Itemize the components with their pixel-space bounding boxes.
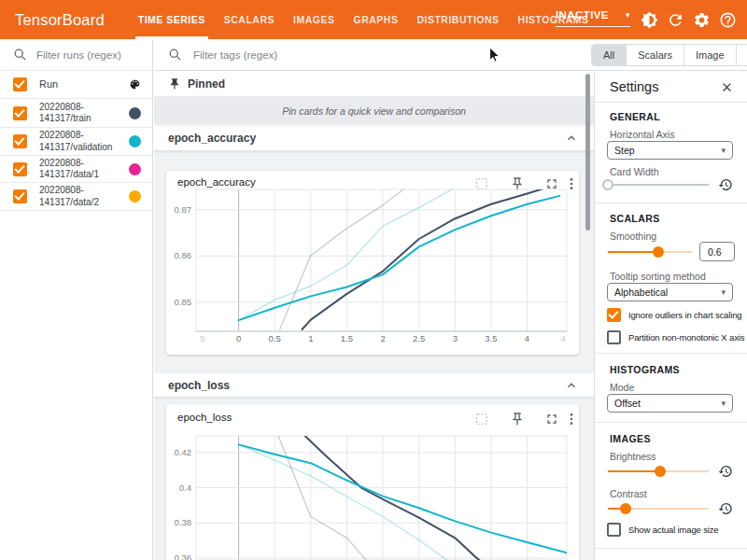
- run-color-dot[interactable]: [129, 190, 141, 203]
- tab-graphs[interactable]: GRAPHS: [344, 0, 407, 39]
- reload-status-select[interactable]: INACTIVE ▾: [556, 9, 630, 27]
- run-row[interactable]: 20220808-141317/data/1: [0, 156, 152, 183]
- settings-section-histograms: HISTOGRAMS: [610, 364, 680, 375]
- svg-text:5: 5: [200, 333, 204, 343]
- run-color-dot[interactable]: [129, 107, 141, 119]
- close-icon[interactable]: [720, 80, 734, 94]
- tag-type-filter-group: All Scalars Image Histogram: [591, 44, 747, 66]
- svg-text:0: 0: [236, 333, 241, 343]
- run-filter-row: [0, 39, 152, 71]
- horizontal-axis-select[interactable]: Step ▾: [607, 141, 733, 160]
- run-color-dot[interactable]: [129, 163, 141, 175]
- partition-x-axis-checkbox[interactable]: [607, 330, 621, 344]
- tab-images[interactable]: IMAGES: [284, 0, 344, 39]
- svg-text:3.5: 3.5: [485, 333, 497, 343]
- tab-scalars[interactable]: SCALARS: [215, 0, 284, 39]
- tab-time-series[interactable]: TIME SERIES: [129, 0, 215, 39]
- svg-text:4: 4: [560, 333, 565, 343]
- run-checkbox[interactable]: [13, 189, 27, 203]
- svg-text:3: 3: [453, 333, 458, 343]
- filter-chip-histogram[interactable]: Histogram: [737, 45, 747, 65]
- brightness-label: Brightness: [610, 451, 656, 462]
- chevron-down-icon: ▾: [721, 287, 726, 297]
- run-row[interactable]: 20220808-141317/train: [0, 99, 152, 128]
- app-header: TensorBoard TIME SERIES SCALARS IMAGES G…: [0, 0, 747, 39]
- svg-text:0.42: 0.42: [175, 447, 192, 457]
- ignore-outliers-checkbox[interactable]: [607, 308, 621, 322]
- chevron-up-icon[interactable]: [564, 131, 579, 146]
- contrast-slider[interactable]: [608, 502, 709, 515]
- reset-icon[interactable]: [718, 501, 733, 516]
- run-filter-input[interactable]: [35, 49, 150, 62]
- search-icon: [13, 48, 27, 62]
- svg-text:1: 1: [308, 333, 313, 343]
- horizontal-axis-label: Horizontal Axis: [610, 129, 674, 140]
- filter-chip-scalars[interactable]: Scalars: [627, 45, 684, 65]
- filter-chip-image[interactable]: Image: [684, 45, 737, 65]
- run-color-dot[interactable]: [129, 135, 141, 147]
- svg-text:0.5: 0.5: [269, 333, 281, 343]
- svg-text:4: 4: [525, 333, 529, 343]
- line-chart-epoch-loss[interactable]: 0.360.380.40.42: [166, 422, 579, 560]
- run-checkbox[interactable]: [13, 134, 27, 148]
- tensorboard-app: TensorBoard TIME SERIES SCALARS IMAGES G…: [0, 0, 747, 560]
- contrast-label: Contrast: [610, 488, 647, 499]
- histogram-mode-label: Mode: [610, 382, 634, 393]
- svg-text:2.5: 2.5: [413, 333, 425, 343]
- refresh-icon[interactable]: [667, 11, 684, 29]
- tag-filter-input[interactable]: [191, 49, 391, 62]
- tab-distributions[interactable]: DISTRIBUTIONS: [407, 0, 508, 39]
- run-label: 20220808-141317/data/2: [39, 185, 125, 208]
- line-chart-epoch-accuracy[interactable]: 0.850.860.8700.511.522.533.5454: [166, 189, 579, 357]
- brightness-slider[interactable]: [608, 465, 709, 478]
- settings-section-images: IMAGES: [610, 433, 651, 444]
- vertical-scrollbar[interactable]: [585, 74, 590, 231]
- pin-icon: [168, 77, 181, 91]
- chart-card-epoch-loss: epoch_loss 0.360.380.40.42: [166, 404, 579, 560]
- tooltip-sort-select[interactable]: Alphabetical ▾: [607, 283, 733, 301]
- app-logo: TensorBoard: [15, 11, 105, 29]
- dark-mode-toggle-icon[interactable]: [641, 11, 658, 29]
- svg-text:1.5: 1.5: [341, 333, 353, 343]
- show-actual-size-row: Show actual image size: [607, 523, 719, 537]
- histogram-mode-select[interactable]: Offset ▾: [607, 394, 733, 413]
- pinned-title: Pinned: [188, 77, 225, 91]
- chart-card-epoch-accuracy: epoch_accuracy 0.850.860.8700.511.522.53…: [166, 171, 579, 355]
- reset-icon[interactable]: [718, 464, 733, 479]
- chevron-up-icon[interactable]: [564, 378, 579, 393]
- chevron-down-icon: ▾: [721, 399, 726, 408]
- smoothing-slider[interactable]: [608, 245, 692, 259]
- section-header-epoch-accuracy[interactable]: epoch_accuracy: [154, 126, 594, 151]
- smoothing-value-input[interactable]: 0.6: [699, 242, 735, 261]
- ignore-outliers-row: Ignore outliers in chart scaling: [607, 308, 741, 322]
- settings-panel: Settings GENERAL Horizontal Axis Step ▾ …: [594, 72, 747, 560]
- svg-text:0.86: 0.86: [175, 250, 192, 260]
- filter-chip-all[interactable]: All: [592, 45, 627, 65]
- section-header-epoch-loss[interactable]: epoch_loss: [154, 373, 594, 398]
- runs-sidebar: Run 20220808-141317/train 20220808-14131…: [0, 39, 153, 560]
- show-actual-size-checkbox[interactable]: [607, 523, 621, 537]
- pinned-section-header: Pinned: [154, 72, 594, 97]
- tag-filter-bar: All Scalars Image Histogram Settings: [154, 39, 747, 71]
- svg-text:0.87: 0.87: [175, 204, 192, 215]
- pinned-empty-hint: Pin cards for a quick view and compariso…: [154, 98, 594, 124]
- card-width-label: Card Width: [610, 166, 659, 177]
- run-master-label: Run: [39, 78, 125, 91]
- help-icon[interactable]: [719, 11, 737, 29]
- settings-panel-title: Settings: [610, 79, 658, 94]
- palette-icon[interactable]: [129, 78, 141, 91]
- run-select-all-checkbox[interactable]: [13, 77, 27, 91]
- chevron-down-icon: ▾: [626, 10, 630, 20]
- run-row[interactable]: 20220808-141317/validation: [0, 128, 152, 156]
- chart-card-title: epoch_accuracy: [177, 176, 256, 188]
- run-label: 20220808-141317/data/1: [39, 158, 125, 181]
- gear-icon[interactable]: [693, 11, 711, 29]
- smoothing-label: Smoothing: [610, 231, 656, 242]
- run-checkbox[interactable]: [13, 106, 27, 120]
- reset-icon[interactable]: [718, 177, 733, 192]
- run-row[interactable]: 20220808-141317/data/2: [0, 183, 152, 211]
- run-label: 20220808-141317/validation: [39, 130, 125, 153]
- svg-text:0.4: 0.4: [179, 483, 191, 493]
- card-width-slider[interactable]: [608, 178, 709, 191]
- run-checkbox[interactable]: [13, 162, 27, 176]
